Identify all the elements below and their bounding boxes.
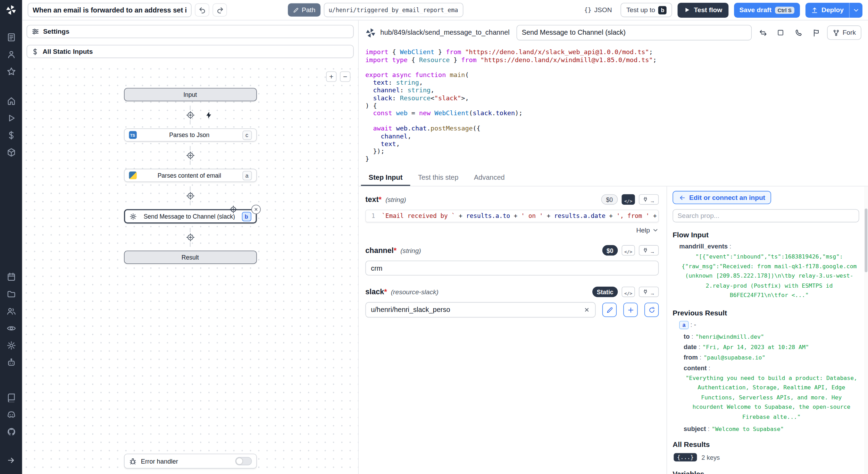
json-button[interactable]: JSON xyxy=(581,3,615,17)
sync-button[interactable] xyxy=(756,26,769,39)
text-connect-button[interactable] xyxy=(639,194,659,205)
play-icon xyxy=(684,7,691,13)
text-arg-badge[interactable]: $0 xyxy=(601,194,618,205)
path-input[interactable] xyxy=(324,3,463,17)
flow-title-input[interactable] xyxy=(28,3,192,17)
edit-connect-label: Edit or connect an input xyxy=(689,194,765,201)
add-step-button[interactable] xyxy=(186,191,195,200)
sidebar-item-discord[interactable] xyxy=(0,406,22,423)
add-step-button[interactable] xyxy=(186,110,195,119)
sidebar-item-star[interactable] xyxy=(0,63,22,80)
calendar-icon xyxy=(6,272,16,281)
edit-connect-button[interactable]: Edit or connect an input xyxy=(673,191,771,204)
add-resource-button[interactable] xyxy=(623,303,637,317)
edit-resource-button[interactable] xyxy=(602,303,617,317)
flow-node-result[interactable]: Result xyxy=(124,251,257,264)
all-results-expand[interactable]: {...} xyxy=(674,453,697,462)
sidebar-item-home[interactable] xyxy=(0,92,22,109)
slack-connect-button[interactable] xyxy=(639,287,659,297)
text-expression-editor[interactable]: 1 `Email received by ` + results.a.to + … xyxy=(365,210,659,222)
text-code-toggle[interactable] xyxy=(622,194,635,205)
diff-button[interactable] xyxy=(809,26,823,39)
refresh-resource-button[interactable] xyxy=(644,303,659,317)
deploy-dropdown-button[interactable] xyxy=(849,2,862,17)
tab-step-input[interactable]: Step Input xyxy=(361,170,410,186)
step-summary-input[interactable] xyxy=(516,25,752,41)
all-results-row: {...} 2 keys xyxy=(673,453,859,462)
sidebar-item-cube[interactable] xyxy=(0,144,22,161)
tab-test-this-step[interactable]: Test this step xyxy=(410,170,466,186)
error-handler-toggle[interactable] xyxy=(235,457,252,465)
error-handler-node[interactable]: Error handler xyxy=(124,454,257,468)
flow-node-parses-content-of-email[interactable]: Parses content of email a xyxy=(124,169,257,182)
hub-script-path[interactable]: hub/849/slack/send_message_to_channel xyxy=(380,29,509,36)
sidebar-item-calendar[interactable] xyxy=(0,268,22,285)
pencil-icon xyxy=(293,7,299,13)
code-icon xyxy=(624,287,632,297)
sidebar-item-github[interactable] xyxy=(0,423,22,440)
sidebar-item-dollar[interactable] xyxy=(0,127,22,144)
zoom-in-button[interactable]: + xyxy=(326,71,336,82)
prop-search-input[interactable] xyxy=(673,209,859,222)
prop-row-from[interactable]: from"paul@supabase.io" xyxy=(673,354,859,361)
user-icon xyxy=(6,50,16,59)
add-step-button[interactable] xyxy=(186,232,195,242)
slack-arg-badge[interactable]: Static xyxy=(592,287,618,297)
phone-button[interactable] xyxy=(792,26,805,39)
test-flow-button[interactable]: Test flow xyxy=(678,2,728,17)
flow-canvas[interactable]: + − Input xyxy=(22,65,358,474)
flow-node-send-message[interactable]: Send Message to Channel (slack) b xyxy=(124,209,257,223)
channel-arg-badge[interactable]: $0 xyxy=(602,245,618,255)
connector xyxy=(186,223,195,251)
sidebar-item-eye[interactable] xyxy=(0,320,22,337)
scrollbar[interactable] xyxy=(864,186,868,474)
sidebar-item-list[interactable] xyxy=(0,29,22,46)
slack-code-toggle[interactable] xyxy=(622,287,635,297)
flow-node-parses-to-json[interactable]: Parses to Json c xyxy=(124,128,257,142)
zoom-out-button[interactable]: − xyxy=(340,71,350,82)
sidebar-item-book[interactable] xyxy=(0,389,22,406)
sidebar-item-gear[interactable] xyxy=(0,337,22,354)
windmill-logo-icon[interactable] xyxy=(6,5,17,16)
channel-code-toggle[interactable] xyxy=(622,245,635,255)
scrollbar-thumb[interactable] xyxy=(865,209,867,272)
clear-resource-button[interactable] xyxy=(583,306,590,313)
add-step-button[interactable] xyxy=(186,151,195,160)
prop-row-date[interactable]: date"Fri, Apr 14, 2023 at 10:28 AM" xyxy=(673,343,859,350)
redo-button[interactable] xyxy=(212,3,227,17)
deploy-button[interactable]: Deploy xyxy=(806,2,849,17)
sidebar-item-users[interactable] xyxy=(0,303,22,320)
sidebar-item-user[interactable] xyxy=(0,46,22,63)
channel-input[interactable] xyxy=(365,261,659,276)
settings-section-button[interactable]: Settings xyxy=(27,25,354,38)
python-icon xyxy=(129,171,136,179)
sidebar-item-folder[interactable] xyxy=(0,286,22,303)
tab-advanced[interactable]: Advanced xyxy=(466,170,512,186)
sidebar-item-bot[interactable] xyxy=(0,354,22,371)
connector xyxy=(186,182,195,209)
window-button[interactable] xyxy=(774,26,787,39)
prop-row-subject[interactable]: subject"Welcome to Supabase" xyxy=(673,425,859,432)
move-node-button[interactable] xyxy=(228,205,238,214)
sidebar-item-play[interactable] xyxy=(0,110,22,127)
undo-button[interactable] xyxy=(195,3,209,17)
prop-row-to[interactable]: to"henri@windmill.dev" xyxy=(673,333,859,339)
sidebar-expand-button[interactable] xyxy=(0,451,22,468)
prop-row-mandrill-events[interactable]: mandrill_events "[{"event":"inbound","ts… xyxy=(673,243,859,300)
channel-connect-button[interactable] xyxy=(639,245,659,255)
slack-resource-input[interactable]: u/henri/henri_slack_perso xyxy=(365,302,595,318)
test-up-to-button[interactable]: Test up to b xyxy=(621,3,672,17)
flow-node-input[interactable]: Input xyxy=(124,88,257,101)
save-draft-button[interactable]: Save draft Ctrl S xyxy=(734,2,800,17)
path-chip[interactable]: Path xyxy=(288,3,320,17)
delete-node-button[interactable] xyxy=(251,205,260,214)
help-link[interactable]: Help xyxy=(636,226,650,234)
prop-row-content[interactable]: content"Everything you need to build a p… xyxy=(673,364,859,422)
static-inputs-section-button[interactable]: All Static Inputs xyxy=(27,45,354,58)
required-mark: * xyxy=(379,195,382,204)
fork-button[interactable]: Fork xyxy=(827,25,861,40)
save-draft-kbd: Ctrl S xyxy=(775,6,794,14)
flag-icon xyxy=(812,28,820,37)
code-editor[interactable]: import { WebClient } from "https://deno.… xyxy=(359,45,868,170)
result-a-row[interactable]: a- xyxy=(673,321,859,329)
